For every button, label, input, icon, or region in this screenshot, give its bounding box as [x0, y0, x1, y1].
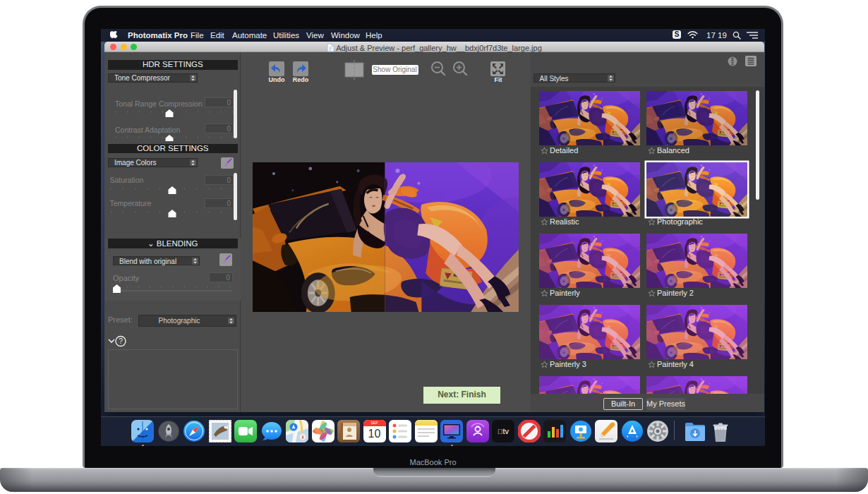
- svg-text:?: ?: [119, 337, 123, 345]
